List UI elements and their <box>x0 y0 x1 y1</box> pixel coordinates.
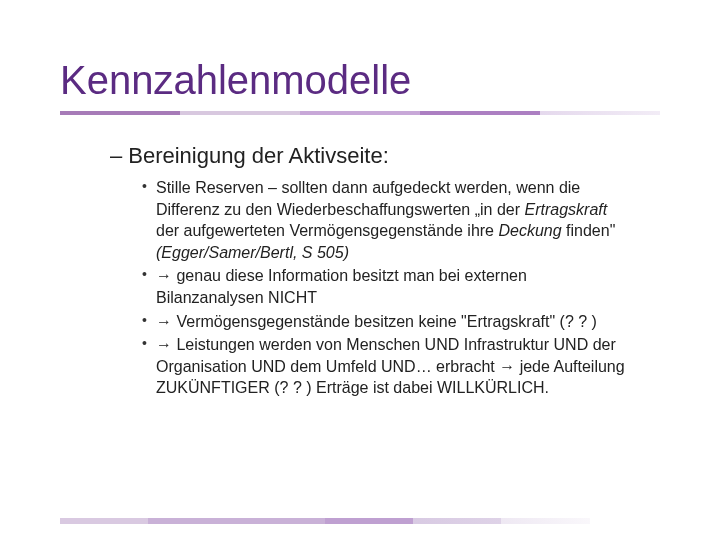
list-item: → Vermögensgegenstände besitzen keine "E… <box>142 311 630 333</box>
citation: (Egger/Samer/Bertl, S 505) <box>156 244 349 261</box>
text-fragment: → genau diese Information besitzt man be… <box>156 267 527 306</box>
title-underline <box>60 111 660 115</box>
italic-term: Deckung <box>498 222 561 239</box>
italic-term: Ertragskraft <box>525 201 608 218</box>
sub-heading-text: Bereinigung der Aktivseite: <box>128 143 389 168</box>
list-item: → Leistungen werden von Menschen UND Inf… <box>142 334 630 399</box>
text-fragment: → Vermögensgegenstände besitzen keine "E… <box>156 313 597 330</box>
footer-bar <box>60 518 590 524</box>
text-fragment: finden" <box>562 222 616 239</box>
bullet-list: Stille Reserven – sollten dann aufgedeck… <box>142 177 630 399</box>
slide: Kennzahlenmodelle –Bereinigung der Aktiv… <box>0 0 720 540</box>
text-fragment: Stille Reserven – sollten dann aufgedeck… <box>156 179 580 218</box>
text-fragment: → Leistungen werden von Menschen UND Inf… <box>156 336 625 396</box>
text-fragment: der aufgewerteten Vermögensgegenstände i… <box>156 222 498 239</box>
dash-icon: – <box>110 143 122 168</box>
list-item: Stille Reserven – sollten dann aufgedeck… <box>142 177 630 263</box>
slide-title: Kennzahlenmodelle <box>60 58 660 103</box>
sub-heading: –Bereinigung der Aktivseite: <box>110 143 640 169</box>
content-block: –Bereinigung der Aktivseite: Stille Rese… <box>110 143 640 399</box>
list-item: → genau diese Information besitzt man be… <box>142 265 630 308</box>
